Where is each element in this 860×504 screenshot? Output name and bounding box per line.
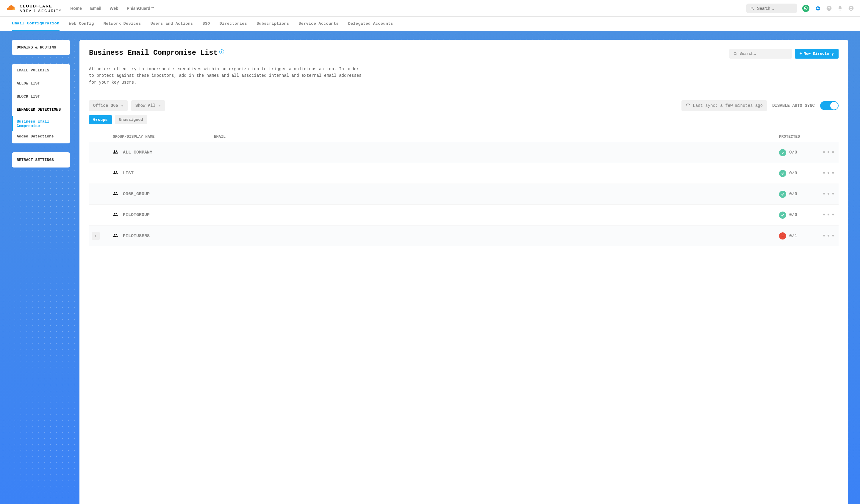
table-row[interactable]: ALL COMPANY0/0•••	[89, 142, 838, 163]
svg-point-16	[114, 234, 115, 235]
svg-point-17	[116, 234, 117, 235]
row-name: LIST	[123, 171, 134, 176]
sidebar-item-bec[interactable]: Business Email Compromise	[12, 116, 70, 131]
svg-point-5	[850, 6, 852, 8]
content-header: Business Email Compromise List i + New D…	[89, 49, 838, 59]
last-sync-value: a few minutes ago	[720, 103, 763, 108]
controls-left: Office 365 Show All	[89, 100, 165, 111]
info-icon[interactable]: i	[219, 49, 224, 54]
svg-point-10	[114, 171, 115, 173]
nav-email[interactable]: Email	[90, 6, 101, 11]
row-name-cell: ALL COMPANY	[113, 150, 214, 155]
global-search[interactable]	[746, 3, 797, 13]
show-select[interactable]: Show All	[131, 100, 165, 111]
pill-groups[interactable]: Groups	[89, 115, 112, 124]
brand-logo[interactable]: CLOUDFLARE AREA 1 SECURITY	[6, 4, 62, 13]
show-select-value: Show All	[135, 103, 155, 108]
new-directory-label: New Directory	[804, 52, 834, 56]
tab-subscriptions[interactable]: Subscriptions	[257, 17, 289, 30]
row-more-button[interactable]: •••	[815, 232, 835, 240]
row-more-button[interactable]: •••	[815, 149, 835, 156]
sidebar-item-email-policies[interactable]: EMAIL POLICIES	[12, 64, 70, 77]
svg-point-14	[114, 213, 115, 214]
directory-select[interactable]: Office 365	[89, 100, 128, 111]
expand-button[interactable]: ›	[92, 232, 100, 240]
minus-icon	[779, 232, 786, 240]
table-row[interactable]: O365_GROUP0/0•••	[89, 184, 838, 204]
panel-search[interactable]	[729, 49, 792, 59]
svg-point-15	[116, 213, 117, 215]
gear-icon[interactable]	[815, 5, 821, 11]
group-icon	[113, 191, 118, 197]
brand-main: CLOUDFLARE	[20, 4, 62, 8]
table-row[interactable]: ›PILOTUSERS0/1•••	[89, 225, 838, 246]
row-protected-cell: 0/0	[779, 170, 815, 177]
row-protected-cell: 0/0	[779, 191, 815, 198]
auto-sync-label: DISABLE AUTO SYNC	[772, 103, 815, 108]
toggle-knob	[830, 102, 838, 110]
svg-point-9	[116, 150, 117, 152]
row-name-cell: PILOTGROUP	[113, 212, 214, 218]
global-search-input[interactable]	[757, 6, 793, 11]
table-row[interactable]: LIST0/0•••	[89, 163, 838, 184]
tab-network-devices[interactable]: Network Devices	[103, 17, 141, 30]
tab-delegated-accounts[interactable]: Delegated Accounts	[348, 17, 393, 30]
col-name: GROUP/DISPLAY NAME	[113, 134, 214, 139]
row-more-button[interactable]: •••	[815, 211, 835, 219]
new-directory-button[interactable]: + New Directory	[795, 49, 838, 59]
sidebar-section-enhanced-detections: ENHANCED DETECTIONS	[12, 103, 70, 116]
check-icon	[779, 149, 786, 156]
tab-service-accounts[interactable]: Service Accounts	[299, 17, 338, 30]
pill-unassigned[interactable]: Unassigned	[115, 115, 147, 124]
group-icon	[113, 212, 118, 218]
row-more-button[interactable]: •••	[815, 170, 835, 177]
help-icon[interactable]: ?	[826, 5, 832, 11]
row-protected-value: 0/0	[789, 150, 797, 155]
row-more-button[interactable]: •••	[815, 190, 835, 198]
refresh-icon	[686, 103, 690, 108]
tab-users-actions[interactable]: Users and Actions	[150, 17, 193, 30]
group-icon	[113, 233, 118, 239]
user-icon[interactable]	[848, 5, 854, 11]
cloud-icon	[6, 5, 17, 12]
bell-icon[interactable]	[837, 6, 843, 11]
check-icon	[779, 170, 786, 177]
tab-email-configuration[interactable]: Email Configuration	[12, 17, 59, 31]
row-protected-value: 0/0	[789, 192, 797, 197]
controls-row: Office 365 Show All Last sync: a few min…	[89, 100, 838, 111]
table-row[interactable]: PILOTGROUP0/0•••	[89, 204, 838, 225]
last-sync-chip[interactable]: Last sync: a few minutes ago	[682, 100, 767, 111]
sidebar-card-retract[interactable]: RETRACT SETTINGS	[12, 152, 70, 168]
sidebar-item-allow-list[interactable]: ALLOW LIST	[12, 77, 70, 90]
sidebar-item-block-list[interactable]: BLOCK LIST	[12, 90, 70, 103]
nav-web[interactable]: Web	[110, 6, 118, 11]
sidebar-item-domains-routing[interactable]: DOMAINS & ROUTING	[12, 40, 70, 55]
auto-sync-toggle[interactable]	[820, 101, 838, 110]
table-body: ALL COMPANY0/0•••LIST0/0•••O365_GROUP0/0…	[89, 142, 838, 246]
row-expand-cell: ›	[92, 232, 113, 240]
panel-search-input[interactable]	[740, 52, 788, 56]
sub-nav: Email Configuration Web Config Network D…	[0, 17, 860, 31]
top-header: CLOUDFLARE AREA 1 SECURITY Home Email We…	[0, 0, 860, 17]
header-actions: + New Directory	[729, 49, 838, 59]
svg-point-11	[116, 171, 117, 173]
svg-line-1	[752, 9, 754, 10]
row-name-cell: LIST	[113, 171, 214, 176]
sidebar-card-domains[interactable]: DOMAINS & ROUTING	[12, 40, 70, 55]
tab-directories[interactable]: Directories	[220, 17, 247, 30]
col-email: EMAIL	[214, 134, 779, 139]
tab-web-config[interactable]: Web Config	[69, 17, 94, 30]
check-icon	[779, 212, 786, 219]
shield-check-icon[interactable]	[802, 5, 809, 12]
tab-sso[interactable]: SSO	[203, 17, 210, 30]
table-header: GROUP/DISPLAY NAME EMAIL PROTECTED	[89, 131, 838, 142]
nav-phishguard[interactable]: PhishGuard™	[127, 6, 155, 11]
sidebar-item-added-detections[interactable]: Added Detections	[12, 131, 70, 143]
row-name: O365_GROUP	[123, 192, 150, 197]
nav-home[interactable]: Home	[70, 6, 82, 11]
search-icon	[750, 6, 754, 11]
sidebar-card-policies: EMAIL POLICIES ALLOW LIST BLOCK LIST ENH…	[12, 64, 70, 143]
sidebar-item-retract-settings[interactable]: RETRACT SETTINGS	[12, 152, 70, 168]
page-title-text: Business Email Compromise List	[89, 49, 217, 57]
brand-text: CLOUDFLARE AREA 1 SECURITY	[20, 4, 62, 13]
